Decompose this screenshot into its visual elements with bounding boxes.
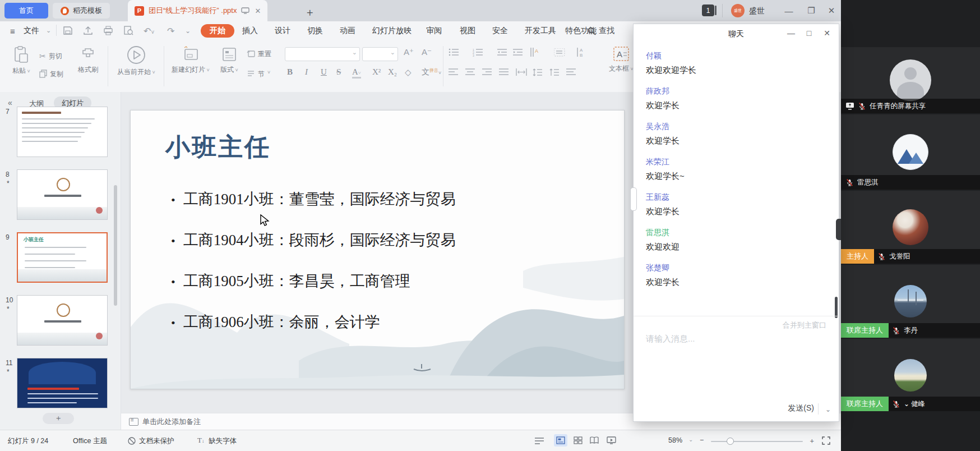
align-center-icon[interactable] [465, 68, 475, 76]
zoom-slider-track[interactable] [711, 441, 803, 442]
slide-thumbnail-8[interactable] [17, 169, 108, 220]
text-direction-icon[interactable]: A [530, 47, 541, 57]
chat-message[interactable]: 米荣江欢迎学长~ [646, 156, 820, 182]
font-name-select[interactable] [285, 47, 360, 61]
chat-maximize-icon[interactable]: □ [803, 29, 815, 38]
chat-message-list[interactable]: 付颖欢迎欢迎学长薛政邦欢迎学长吴永浩欢迎学长米荣江欢迎学长~王新蕊欢迎学长雷思淇… [646, 50, 820, 297]
increase-indent-icon[interactable] [513, 48, 523, 57]
menu-tab-3[interactable]: 切换 [307, 26, 323, 36]
window-count-badge[interactable]: 1 [702, 4, 714, 16]
decrease-indent-icon[interactable] [497, 48, 507, 57]
chat-scrollbar[interactable] [835, 297, 838, 318]
slide-thumbnail-11[interactable] [17, 358, 108, 408]
menu-tab-1[interactable]: 插入 [242, 26, 258, 36]
paragraph-spacing-icon[interactable] [549, 68, 560, 76]
bullet-list-icon[interactable] [449, 48, 460, 57]
menu-tab-8[interactable]: 安全 [492, 26, 508, 36]
slide-thumbnail-9[interactable]: 小班主任 [17, 232, 108, 283]
menu-tab-6[interactable]: 审阅 [426, 26, 442, 36]
align-justify-icon[interactable] [499, 68, 509, 76]
thumbnail-scrollbar[interactable] [114, 185, 117, 306]
participant-tile-4[interactable]: 联席主持人李丹 [841, 265, 980, 338]
section-button[interactable]: 节˅ [247, 70, 270, 79]
close-icon[interactable]: ✕ [824, 3, 839, 18]
missing-font-status[interactable]: 缺失字体 [209, 436, 237, 446]
reset-button[interactable]: 重置 [247, 49, 271, 59]
merge-to-main-window-link[interactable]: 合并到主窗口 [783, 320, 826, 330]
chat-message[interactable]: 雷思淇欢迎欢迎 [646, 227, 820, 252]
bold-button[interactable]: B [287, 67, 293, 77]
align-right-icon[interactable] [482, 68, 492, 76]
slide-bullet-1[interactable]: 工商1901小班：董雪莹，国际经济与贸易 [171, 189, 456, 209]
play-from-current-button[interactable]: 从当前开始 ˅ [112, 45, 160, 77]
textbox-button[interactable]: A 文本框 ˅ [607, 46, 636, 73]
copy-button[interactable]: 复制 [39, 70, 63, 79]
slideshow-button[interactable] [604, 434, 618, 447]
minimize-icon[interactable]: — [782, 3, 796, 18]
participant-tile-2[interactable]: 雷思淇 [841, 114, 980, 190]
user-avatar[interactable]: 盛世 [731, 4, 745, 17]
slide-bullet-4[interactable]: 工商1906小班：余丽，会计学 [171, 312, 380, 332]
chat-close-icon[interactable]: ✕ [821, 29, 833, 38]
chat-message[interactable]: 吴永浩欢迎学长 [646, 121, 820, 146]
user-name[interactable]: 盛世 [749, 6, 765, 17]
chat-message[interactable]: 张楚卿欢迎学长 [646, 262, 820, 288]
slide-bullet-2[interactable]: 工商1904小班：段雨杉，国际经济与贸易 [171, 230, 456, 250]
menu-tab-5[interactable]: 幻灯片放映 [372, 26, 412, 36]
slide-sorter-button[interactable] [571, 434, 585, 447]
find-button[interactable]: 查找 [588, 26, 614, 36]
reading-view-button[interactable] [588, 434, 601, 447]
chat-input[interactable]: 请输入消息... [646, 334, 695, 344]
zoom-out-button[interactable]: − [700, 436, 704, 444]
tab-document[interactable]: P 团日“线上学习我能行” .pptx ✕ [128, 0, 267, 21]
format-painter-button[interactable]: 格式刷 [75, 47, 101, 75]
menu-tab-9[interactable]: 开发工具 [525, 26, 556, 36]
tab-docer-templates[interactable]: 稻壳模板 [53, 3, 110, 19]
chat-message[interactable]: 王新蕊欢迎学长 [646, 191, 820, 217]
participant-tile-5[interactable]: 联席主持人⌄健峰 [841, 339, 980, 411]
notes-toggle-icon[interactable] [534, 437, 544, 445]
phonetic-guide-button[interactable]: 文拼音˅ [422, 67, 441, 77]
menu-tab-7[interactable]: 视图 [460, 26, 475, 36]
italic-button[interactable]: I [305, 67, 308, 77]
meeting-panel-collapse-handle[interactable] [836, 219, 841, 240]
chat-message[interactable]: 薛政邦欢迎学长 [646, 85, 820, 111]
new-slide-button[interactable]: 新建幻灯片 ˅ [168, 46, 213, 75]
strikethrough-button[interactable]: S [336, 67, 341, 77]
slide-thumbnail-10[interactable] [17, 295, 108, 346]
tab-home[interactable]: 首页 [4, 3, 48, 19]
slide-title[interactable]: 小班主任 [165, 131, 271, 164]
menu-tab-4[interactable]: 动画 [340, 26, 355, 36]
cut-button[interactable]: ✂剪切 [39, 52, 62, 61]
distribute-icon[interactable] [516, 68, 527, 76]
paste-button[interactable]: 粘贴 ˅ [7, 46, 36, 76]
restore-icon[interactable]: ❐ [804, 3, 819, 18]
participant-tile-1[interactable]: 任青青的屏幕共享 [841, 47, 980, 113]
send-button[interactable]: 发送(S) [788, 403, 814, 413]
increase-font-icon[interactable]: A⁺ [404, 47, 414, 57]
protection-status[interactable]: 文档未保护 [139, 436, 174, 446]
zoom-level[interactable]: 58% [668, 436, 682, 444]
slide-thumbnail-7[interactable] [17, 107, 108, 157]
superscript-button[interactable]: X² [372, 67, 381, 77]
send-options-caret-icon[interactable]: ⌄ [825, 406, 831, 413]
fit-window-icon[interactable] [822, 436, 830, 445]
slide-bullet-3[interactable]: 工商1905小班：李昌昊，工商管理 [171, 271, 410, 291]
collapse-panel-icon[interactable]: « [8, 98, 12, 107]
underline-button[interactable]: U [321, 67, 327, 77]
font-color-button[interactable]: A˅ [352, 67, 361, 79]
present-monitor-icon[interactable] [241, 7, 249, 14]
zoom-slider-knob[interactable] [727, 438, 734, 445]
add-slide-button[interactable]: ＋ [43, 413, 74, 424]
chat-message[interactable]: 付颖欢迎欢迎学长 [646, 50, 820, 76]
align-left-icon[interactable] [449, 68, 459, 76]
numbered-list-icon[interactable]: 123 [473, 48, 484, 57]
layout-button[interactable]: 版式 ˅ [216, 46, 242, 75]
zoom-in-button[interactable]: ＋ [808, 436, 816, 446]
slide-9[interactable]: 小班主任 工商1901小班：董雪莹，国际经济与贸易工商1904小班：段雨杉，国际… [130, 110, 625, 389]
clear-format-icon[interactable]: ◇ [405, 67, 412, 77]
chat-minimize-icon[interactable]: — [785, 29, 797, 38]
normal-view-button[interactable] [554, 434, 567, 447]
line-spacing-icon[interactable] [533, 68, 543, 76]
paragraph-settings-icon[interactable] [566, 68, 576, 76]
